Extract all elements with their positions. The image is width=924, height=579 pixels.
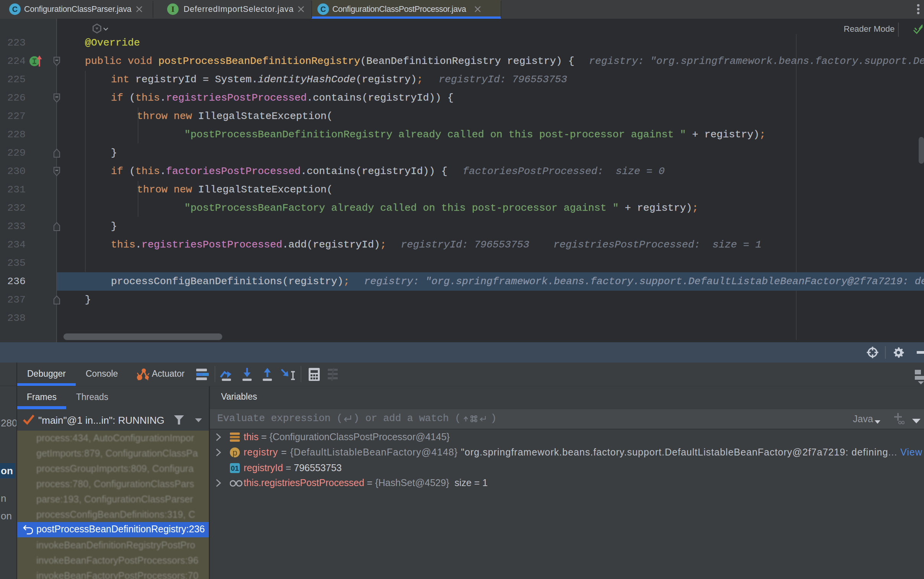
svg-text:C: C (12, 5, 18, 13)
svg-text:I: I (171, 4, 175, 14)
svg-text:p: p (232, 448, 237, 457)
svg-text:C: C (321, 5, 326, 13)
svg-text:01: 01 (231, 464, 239, 472)
